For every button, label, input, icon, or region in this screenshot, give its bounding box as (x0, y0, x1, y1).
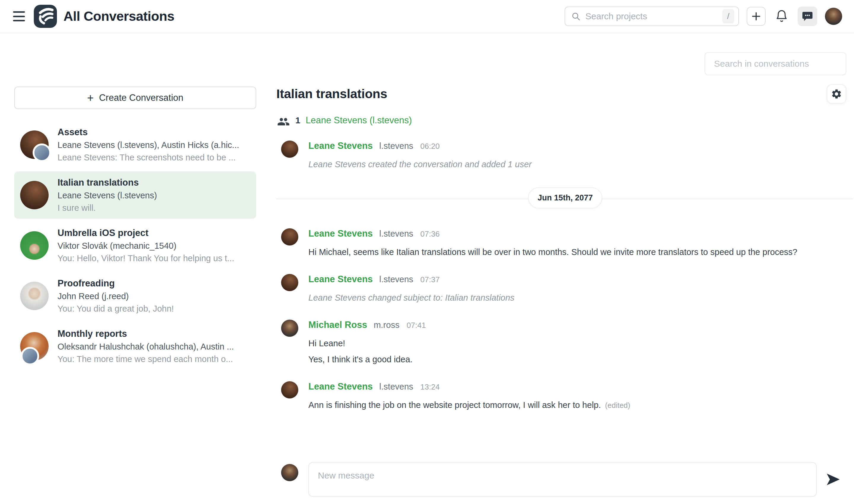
chat-header: Italian translations (277, 87, 846, 104)
conversations-sidebar: + Create Conversation Assets Leane Steve… (14, 87, 256, 370)
conversation-preview: Leane Stevens: The screenshots need to b… (57, 151, 239, 164)
conversation-list-item[interactable]: Proofreading John Reed (j.reed) You: You… (14, 272, 256, 320)
new-message-input[interactable] (308, 462, 817, 497)
message-author-link[interactable]: Michael Ross (308, 320, 367, 330)
conversations-button[interactable] (798, 6, 817, 26)
participants-count: 1 (295, 115, 300, 125)
page-title: All Conversations (64, 8, 174, 24)
conversation-avatar (20, 332, 49, 360)
conversation-title: Assets (57, 126, 239, 139)
message-time: 07:37 (421, 275, 440, 284)
user-avatar[interactable] (825, 8, 842, 25)
message: Michael Ross m.ross 07:41 Hi Leane!Yes, … (277, 320, 854, 365)
message-body: Ann is finishing the job on the website … (308, 399, 854, 411)
message: Leane Stevens l.stevens 07:37 Leane Stev… (277, 274, 854, 304)
message-text-line: Hi Leane! (308, 337, 854, 349)
stacked-avatar (21, 347, 39, 365)
message: Leane Stevens l.stevens 07:36 Hi Michael… (277, 228, 854, 258)
message-body: Hi Leane!Yes, I think it's a good idea. (308, 337, 854, 365)
header-actions: / (565, 6, 842, 26)
message-username: l.stevens (379, 382, 413, 392)
plus-icon: + (87, 92, 94, 104)
message-author-link[interactable]: Leane Stevens (308, 141, 373, 151)
conversation-preview: You: Hello, Viktor! Thank You for helpin… (57, 252, 234, 265)
create-new-button[interactable] (747, 7, 766, 26)
message-time: 06:20 (421, 142, 440, 151)
message-body: Leane Stevens created the conversation a… (308, 158, 854, 170)
message-body: Hi Michael, seems like Italian translati… (308, 246, 854, 258)
message-composer (277, 462, 846, 498)
conversation-participants: Viktor Slovák (mechanic_1540) (57, 239, 234, 252)
message-author-link[interactable]: Leane Stevens (308, 274, 373, 285)
conversation-list-item[interactable]: Italian translations Leane Stevens (l.st… (14, 172, 256, 219)
search-projects-input[interactable] (585, 11, 717, 21)
message-author-link[interactable]: Leane Stevens (308, 228, 373, 239)
date-divider: Jun 15th, 2077 (277, 186, 854, 212)
paper-plane-icon (825, 472, 841, 487)
conversation-participants: Leane Stevens (l.stevens), Austin Hicks … (57, 139, 239, 151)
people-icon (277, 115, 290, 125)
message-username: l.stevens (379, 141, 413, 151)
search-icon (571, 12, 581, 21)
message-username: l.stevens (379, 274, 413, 284)
conversation-avatar (20, 282, 49, 310)
app-window: All Conversations / (0, 0, 854, 504)
conversation-list-item[interactable]: Assets Leane Stevens (l.stevens), Austin… (14, 121, 256, 168)
conversation-participants: Leane Stevens (l.stevens) (57, 189, 157, 202)
send-button[interactable] (824, 470, 842, 488)
bell-icon (775, 10, 788, 23)
date-pill: Jun 15th, 2077 (528, 187, 602, 209)
menu-icon[interactable] (13, 11, 25, 21)
conversation-title: Monthly reports (57, 327, 234, 340)
participant-link[interactable]: Leane Stevens (l.stevens) (306, 115, 412, 126)
message-avatar (281, 274, 298, 291)
notifications-button[interactable] (773, 7, 790, 26)
create-conversation-button[interactable]: + Create Conversation (14, 87, 256, 109)
conversation-list-item[interactable]: Monthly reports Oleksandr Halushchak (oh… (14, 323, 256, 370)
conversation-preview: I sure will. (57, 202, 157, 214)
app-logo-icon[interactable] (34, 5, 57, 28)
conversation-avatar (20, 130, 49, 159)
message-avatar (281, 320, 298, 337)
message-username: m.ross (374, 320, 399, 330)
conversation-preview: You: The more time we spend each month o… (57, 353, 234, 365)
conversation-avatar (20, 231, 49, 260)
message-body: Leane Stevens changed subject to: Italia… (308, 292, 854, 304)
message: Leane Stevens l.stevens 13:24 Ann is fin… (277, 381, 854, 411)
message-username: l.stevens (379, 229, 413, 239)
conversation-participants: Oleksandr Halushchak (ohalushcha), Austi… (57, 340, 234, 353)
conversation-avatar (20, 181, 49, 209)
conversation-settings-button[interactable] (827, 84, 846, 104)
conversation-preview: You: You did a great job, John! (57, 302, 174, 315)
message-avatar (281, 228, 298, 246)
message-author-link[interactable]: Leane Stevens (308, 381, 373, 392)
slash-shortcut-badge: / (722, 9, 734, 23)
message-avatar (281, 141, 298, 158)
chat-title: Italian translations (277, 87, 387, 101)
conversation-title: Italian translations (57, 176, 157, 189)
conversation-title: Umbrella iOS project (57, 227, 234, 239)
message-time: 07:41 (407, 321, 426, 330)
gear-icon (831, 88, 842, 100)
participants-row: 1 Leane Stevens (l.stevens) (277, 115, 412, 126)
message-text-line: Yes, I think it's a good idea. (308, 354, 854, 365)
chat-panel: Italian translations 1 Leane Stevens (l.… (277, 33, 854, 504)
message: Leane Stevens l.stevens 06:20 Leane Stev… (277, 141, 854, 170)
message-text-line: Leane Stevens created the conversation a… (308, 158, 854, 170)
composer-avatar (281, 464, 298, 481)
message-text-line: Ann is finishing the job on the website … (308, 399, 854, 411)
message-time: 13:24 (421, 382, 440, 392)
conversation-participants: John Reed (j.reed) (57, 290, 174, 302)
message-avatar (281, 381, 298, 398)
edited-badge: (edited) (605, 401, 630, 410)
message-list: Leane Stevens l.stevens 06:20 Leane Stev… (277, 141, 854, 427)
message-text-line: Hi Michael, seems like Italian translati… (308, 246, 854, 258)
top-header: All Conversations / (0, 0, 854, 33)
conversation-list-item[interactable]: Umbrella iOS project Viktor Slovák (mech… (14, 222, 256, 269)
project-search: / (565, 6, 739, 26)
message-text-line: Leane Stevens changed subject to: Italia… (308, 292, 854, 304)
conversation-title: Proofreading (57, 277, 174, 290)
stacked-avatar (33, 144, 51, 162)
conversation-list: Assets Leane Stevens (l.stevens), Austin… (14, 121, 256, 370)
search-in-conversations-input[interactable] (705, 52, 846, 75)
